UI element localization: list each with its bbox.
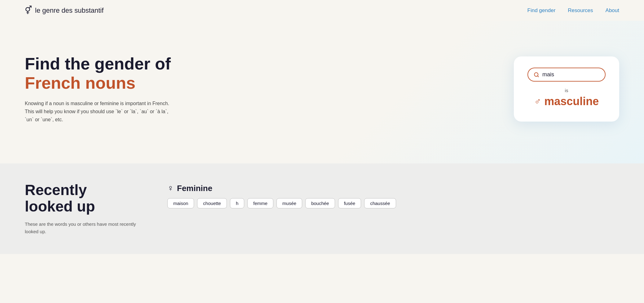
word-tag[interactable]: musée	[276, 198, 302, 208]
recently-right: ♀ Feminine maisonchouettehfemmemuséebouc…	[167, 182, 619, 217]
nav-logo: ⚥ le genre des substantif	[25, 6, 104, 15]
word-tag[interactable]: maison	[167, 198, 194, 208]
logo-icon: ⚥	[25, 6, 32, 15]
logo-text: le genre des substantif	[35, 7, 104, 15]
word-tag[interactable]: fusée	[338, 198, 361, 208]
nav-links: Find gender Resources About	[527, 7, 619, 14]
recently-title: Recently looked up	[25, 182, 143, 215]
word-tag[interactable]: h	[230, 198, 244, 208]
recently-section: Recently looked up These are the words y…	[0, 163, 644, 254]
feminine-symbol: ♀	[167, 183, 174, 193]
hero-title-accent: French nouns	[25, 74, 135, 92]
word-tag[interactable]: chaussée	[364, 198, 396, 208]
search-result: ♂ masculine	[534, 95, 599, 108]
svg-line-1	[537, 76, 538, 77]
search-icon	[534, 72, 539, 78]
navbar: ⚥ le genre des substantif Find gender Re…	[0, 0, 644, 21]
search-is-label: is	[565, 88, 568, 93]
feminine-word-tags: maisonchouettehfemmemuséebouchéefuséecha…	[167, 198, 619, 208]
feminine-heading: ♀ Feminine	[167, 183, 619, 193]
hero-title-line1: Find the gender of	[25, 54, 171, 73]
feminine-section: ♀ Feminine maisonchouettehfemmemuséebouc…	[167, 183, 619, 208]
word-tag[interactable]: chouette	[197, 198, 227, 208]
result-label: masculine	[544, 95, 599, 108]
hero-title: Find the gender of French nouns	[25, 54, 174, 92]
recently-title-line1: Recently	[25, 182, 87, 198]
recently-description: These are the words you or others have m…	[25, 221, 143, 235]
search-input-wrap[interactable]	[527, 68, 606, 82]
nav-about[interactable]: About	[606, 7, 619, 14]
word-tag[interactable]: femme	[247, 198, 273, 208]
nav-resources[interactable]: Resources	[568, 7, 593, 14]
hero-description: Knowing if a noun is masculine or femini…	[25, 100, 174, 124]
search-card: is ♂ masculine	[514, 56, 619, 122]
masculine-icon: ♂	[534, 96, 541, 107]
recently-left: Recently looked up These are the words y…	[25, 182, 143, 235]
recently-title-line2: looked up	[25, 198, 95, 215]
hero-section: Find the gender of French nouns Knowing …	[0, 21, 644, 163]
hero-left: Find the gender of French nouns Knowing …	[25, 54, 174, 124]
nav-find-gender[interactable]: Find gender	[527, 7, 556, 14]
search-input[interactable]	[542, 71, 599, 78]
feminine-label: Feminine	[177, 184, 212, 193]
word-tag[interactable]: bouchée	[305, 198, 335, 208]
